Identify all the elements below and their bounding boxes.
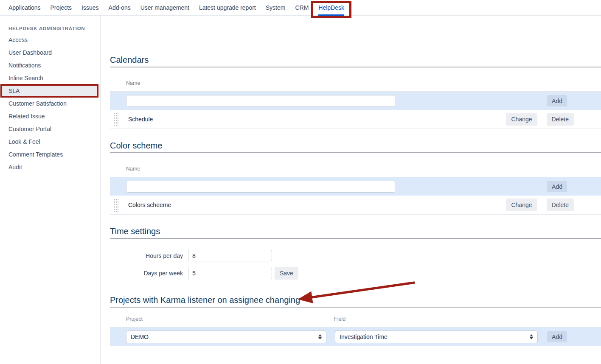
select-spinner-icon: [530, 334, 533, 339]
top-navigation: Applications Projects Issues Add-ons Use…: [0, 0, 601, 16]
days-per-week-label: Days per week: [110, 270, 183, 277]
color-scheme-section: Color scheme Name Add Colors scheeme Cha…: [110, 140, 601, 215]
field-column-header: Field: [334, 316, 345, 322]
project-select[interactable]: DEMO: [126, 330, 326, 343]
sidebar-item-sla[interactable]: SLA: [0, 84, 100, 97]
calendar-name-input[interactable]: [126, 95, 395, 107]
select-spinner-icon: [318, 334, 322, 339]
calendars-section: Calendars Name Add Schedule Change Delet…: [110, 55, 601, 129]
time-settings-section: Time settings Hours per day Days per wee…: [110, 226, 601, 280]
calendar-delete-button[interactable]: Delete: [547, 113, 574, 126]
nav-item-user-management[interactable]: User management: [140, 0, 189, 15]
color-scheme-title: Color scheme: [110, 140, 601, 151]
calendars-name-header: Name: [110, 67, 601, 91]
karma-listener-section: Projects with Karma listener on assignee…: [110, 295, 601, 346]
nav-item-helpdesk-label: HelpDesk: [318, 4, 344, 11]
karma-table-header: Project Field: [110, 308, 601, 327]
calendar-change-button[interactable]: Change: [506, 113, 537, 126]
nav-item-applications[interactable]: Applications: [8, 0, 41, 15]
sidebar-item-notifications[interactable]: Notifications: [0, 59, 100, 72]
time-settings-form: Hours per day Days per week Save: [110, 239, 601, 280]
sidebar-header: HELPDESK ADMINISTRATION: [8, 26, 100, 31]
sidebar: HELPDESK ADMINISTRATION Access User Dash…: [0, 16, 101, 364]
sidebar-item-sla-label: SLA: [8, 87, 20, 94]
karma-add-row: DEMO Investigation Time Add: [110, 327, 601, 346]
hours-per-day-row: Hours per day: [110, 250, 601, 261]
color-scheme-change-button[interactable]: Change: [506, 199, 537, 211]
color-scheme-delete-button[interactable]: Delete: [547, 199, 574, 211]
sidebar-item-related-issue[interactable]: Related Issue: [0, 110, 100, 123]
color-scheme-add-button[interactable]: Add: [547, 181, 567, 192]
drag-handle-icon[interactable]: [114, 113, 118, 126]
nav-item-issues[interactable]: Issues: [81, 0, 98, 15]
calendar-row-name: Schedule: [128, 116, 153, 123]
calendar-row-schedule: Schedule Change Delete: [110, 110, 601, 129]
time-settings-title: Time settings: [110, 226, 601, 236]
sidebar-item-user-dashboard[interactable]: User Dashboard: [0, 46, 100, 59]
karma-add-button[interactable]: Add: [547, 331, 567, 342]
nav-item-crm[interactable]: CRM: [295, 0, 309, 15]
color-scheme-row-name: Colors scheeme: [128, 202, 171, 208]
calendars-add-row: Add: [110, 91, 601, 110]
color-scheme-name-header: Name: [110, 153, 601, 177]
days-per-week-input[interactable]: [188, 268, 272, 279]
color-scheme-add-row: Add: [110, 177, 601, 196]
days-per-week-row: Days per week Save: [110, 267, 601, 280]
sidebar-item-customer-portal[interactable]: Customer Portal: [0, 123, 100, 135]
nav-item-latest-upgrade-report[interactable]: Latest upgrade report: [199, 0, 256, 15]
project-select-value: DEMO: [131, 333, 149, 340]
hours-per-day-label: Hours per day: [110, 252, 183, 259]
nav-item-projects[interactable]: Projects: [51, 0, 72, 15]
karma-listener-title: Projects with Karma listener on assignee…: [110, 295, 601, 305]
field-select-value: Investigation Time: [340, 333, 388, 340]
field-select[interactable]: Investigation Time: [335, 330, 538, 343]
sidebar-item-customer-satisfaction[interactable]: Customer Satisfaction: [0, 97, 100, 110]
sidebar-item-inline-search[interactable]: Inline Search: [0, 72, 100, 84]
calendar-add-button[interactable]: Add: [547, 95, 567, 106]
sidebar-item-access[interactable]: Access: [0, 34, 100, 46]
calendars-title: Calendars: [110, 55, 601, 65]
color-scheme-name-input[interactable]: [126, 181, 395, 193]
save-button[interactable]: Save: [275, 267, 298, 280]
main-content: Calendars Name Add Schedule Change Delet…: [101, 16, 601, 364]
nav-item-addons[interactable]: Add-ons: [109, 0, 131, 15]
nav-item-system[interactable]: System: [266, 0, 286, 15]
sidebar-item-look-and-feel[interactable]: Look & Feel: [0, 135, 100, 148]
sidebar-item-comment-templates[interactable]: Comment Templates: [0, 148, 100, 161]
drag-handle-icon[interactable]: [114, 199, 118, 212]
project-column-header: Project: [126, 316, 334, 322]
color-scheme-row: Colors scheeme Change Delete: [110, 196, 601, 215]
sidebar-item-audit[interactable]: Audit: [0, 161, 100, 174]
hours-per-day-input[interactable]: [188, 250, 272, 261]
nav-item-helpdesk[interactable]: HelpDesk: [318, 0, 344, 15]
